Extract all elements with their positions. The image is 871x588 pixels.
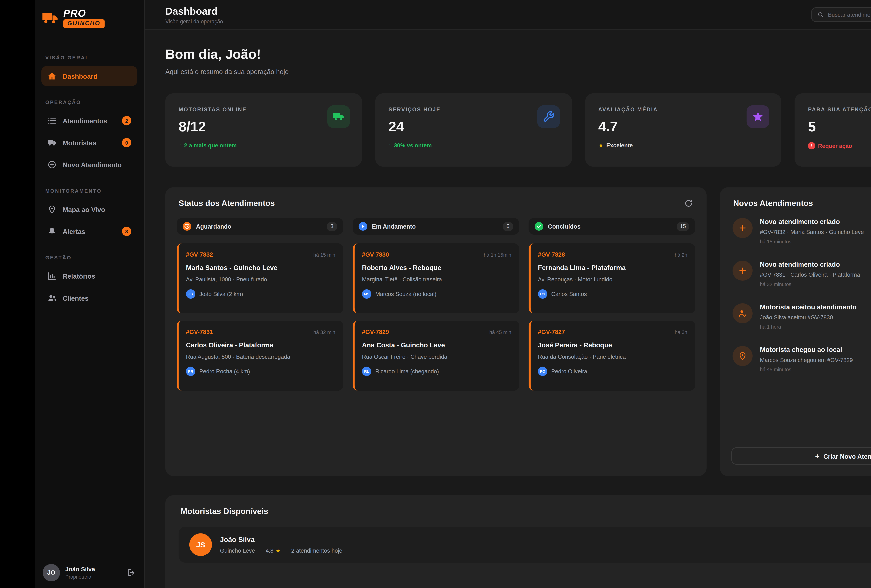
stat-card-para-sua-atencao: PARA SUA ATENÇÃO 5 ! Requer ação xyxy=(795,93,871,167)
bell-icon xyxy=(47,227,57,236)
feed-item-title: Novo atendimento criado xyxy=(760,218,864,225)
star-icon xyxy=(747,105,769,128)
stat-label: SERVIÇOS HOJE xyxy=(389,107,558,112)
user-check-icon xyxy=(732,303,753,323)
sidebar-item-atendimentos[interactable]: Atendimentos 2 xyxy=(41,111,137,131)
status-board-panel: Status dos Atendimentos Aguardando 3 xyxy=(165,187,706,476)
feed-item[interactable]: Novo atendimento criado #GV-7831 · Carlo… xyxy=(731,260,871,287)
sidebar-item-alertas[interactable]: Alertas 3 xyxy=(41,221,137,241)
topbar: Dashboard Visão geral da operação ? xyxy=(145,0,871,30)
sidebar-item-label: Relatórios xyxy=(63,272,95,280)
panel-header: Motoristas Disponíveis xyxy=(179,507,871,516)
stat-value: 8/12 xyxy=(179,119,349,135)
ticket-name: Roberto Alves - Reboque xyxy=(362,264,511,271)
ticket-time: há 15 min xyxy=(313,252,335,258)
feed-item-subtitle: #GV-7831 · Carlos Oliveira · Plataforma xyxy=(760,271,860,278)
sidebar-item-clientes[interactable]: Clientes xyxy=(41,288,137,308)
ticket-id: #GV-7831 xyxy=(186,329,213,335)
sidebar-item-motoristas[interactable]: Motoristas 0 xyxy=(41,133,137,153)
nav-section-operacao: OPERAÇÃO xyxy=(45,99,133,105)
sidebar-item-mapa-ao-vivo[interactable]: Mapa ao Vivo xyxy=(41,199,137,219)
sidebar-user[interactable]: JO João Silva Proprietário xyxy=(34,557,144,588)
sidebar-item-dashboard[interactable]: Dashboard xyxy=(41,66,137,86)
ticket-time: há 3h xyxy=(675,329,687,335)
search-input[interactable] xyxy=(828,11,871,18)
brand-name-bottom: GUINCHO xyxy=(63,19,104,28)
ticket-time: há 2h xyxy=(675,252,687,258)
ticket-driver: JS João Silva (2 km) xyxy=(186,289,335,299)
driver-row[interactable]: JS João Silva Guincho Leve 4.8 ★ 2 atend… xyxy=(179,527,871,563)
driver-avatar: RL xyxy=(362,367,371,376)
ticket-time: há 1h 15min xyxy=(484,252,511,258)
ticket-id: #GV-7829 xyxy=(362,329,389,335)
feed-title: Novos Atendimentos xyxy=(733,199,813,208)
ticket-card[interactable]: #GV-7827 há 3h José Pereira - Reboque Ru… xyxy=(528,321,695,391)
star-icon: ★ xyxy=(598,142,604,149)
search-box[interactable] xyxy=(811,7,871,22)
feed-item[interactable]: Motorista chegou ao local Marcos Souza c… xyxy=(731,346,871,373)
ticket-id: #GV-7828 xyxy=(538,251,565,258)
stat-label: AVALIAÇÃO MÉDIA xyxy=(598,107,768,112)
ticket-detail: Av. Rebouças · Motor fundido xyxy=(538,276,687,283)
page-subtitle: Visão geral da operação xyxy=(165,18,223,24)
sidebar-item-novo-atendimento[interactable]: Novo Atendimento xyxy=(41,155,137,175)
plus-circle-icon xyxy=(47,160,57,169)
check-icon xyxy=(534,222,543,231)
list-icon xyxy=(47,116,57,126)
ticket-driver: PO Pedro Oliveira xyxy=(538,367,687,376)
drivers-title: Motoristas Disponíveis xyxy=(181,507,268,516)
stat-trend: ↑ 2 a mais que ontem xyxy=(179,142,349,149)
column-count-badge: 6 xyxy=(503,221,513,231)
logout-icon[interactable] xyxy=(127,568,136,578)
feed-item[interactable]: Motorista aceitou atendimento João Silva… xyxy=(731,303,871,330)
panel-header: Novos Atendimentos xyxy=(731,199,871,208)
feed-item-time: há 32 minutos xyxy=(760,281,860,287)
feed-item[interactable]: Novo atendimento criado #GV-7832 · Maria… xyxy=(731,218,871,245)
driver-avatar: PR xyxy=(186,367,196,376)
ticket-detail: Marginal Tietê · Colisão traseira xyxy=(362,276,511,283)
ticket-detail: Rua da Consolação · Pane elétrica xyxy=(538,353,687,360)
sidebar: PRO GUINCHO VISÃO GERAL Dashboard OPERAÇ… xyxy=(34,0,145,588)
user-info: João Silva Proprietário xyxy=(65,566,95,580)
ticket-card[interactable]: #GV-7832 há 15 min Maria Santos - Guinch… xyxy=(177,243,343,313)
feed-item-time: há 1 hora xyxy=(760,324,856,330)
greeting-title: Bom dia, João! xyxy=(165,47,871,62)
ticket-header: #GV-7831 há 32 min xyxy=(186,329,335,335)
middle-row: Status dos Atendimentos Aguardando 3 xyxy=(165,187,871,476)
map-pin-icon xyxy=(47,205,57,214)
driver-name: Carlos Santos xyxy=(551,290,587,297)
feed-item-subtitle: João Silva aceitou #GV-7830 xyxy=(760,314,856,320)
app-window: PRO GUINCHO VISÃO GERAL Dashboard OPERAÇ… xyxy=(0,0,871,588)
search-icon xyxy=(817,11,824,18)
stat-label: MOTORISTAS ONLINE xyxy=(179,107,349,112)
ticket-name: Ana Costa - Guincho Leve xyxy=(362,341,511,349)
ticket-header: #GV-7830 há 1h 15min xyxy=(362,251,511,258)
column-label: Concluídos xyxy=(548,223,581,230)
sidebar-item-relatorios[interactable]: Relatórios xyxy=(41,266,137,286)
left-rail xyxy=(0,0,34,588)
ticket-name: Maria Santos - Guincho Leve xyxy=(186,264,335,271)
ticket-id: #GV-7827 xyxy=(538,329,565,335)
driver-name: Pedro Oliveira xyxy=(551,368,587,375)
board-refresh-button[interactable] xyxy=(684,199,693,208)
ticket-card[interactable]: #GV-7831 há 32 min Carlos Oliveira - Pla… xyxy=(177,321,343,391)
status-board-title: Status dos Atendimentos xyxy=(179,199,275,208)
wrench-icon xyxy=(537,105,560,128)
driver-vehicle: Guincho Leve xyxy=(220,548,255,554)
stat-label: PARA SUA ATENÇÃO xyxy=(808,107,871,112)
sidebar-item-label: Atendimentos xyxy=(63,117,107,125)
map-pin-icon xyxy=(732,346,753,366)
sidebar-item-label: Clientes xyxy=(63,294,89,302)
column-header: Aguardando 3 xyxy=(177,218,343,235)
feed-item-subtitle: Marcos Souza chegou em #GV-7829 xyxy=(760,357,853,363)
ticket-card[interactable]: #GV-7828 há 2h Fernanda Lima - Plataform… xyxy=(528,243,695,313)
ticket-card[interactable]: #GV-7829 há 45 min Ana Costa - Guincho L… xyxy=(353,321,519,391)
alertas-badge: 3 xyxy=(122,227,131,236)
create-atendimento-button[interactable]: + Criar Novo Atendimento xyxy=(731,447,871,465)
brand-logo: PRO GUINCHO xyxy=(34,0,144,37)
stat-value: 5 xyxy=(808,119,871,135)
ticket-card[interactable]: #GV-7830 há 1h 15min Roberto Alves - Reb… xyxy=(353,243,519,313)
dashboard-content: Bom dia, João! Aqui está o resumo da sua… xyxy=(145,30,871,588)
star-icon: ★ xyxy=(275,548,280,554)
sidebar-nav: VISÃO GERAL Dashboard OPERAÇÃO Atendimen… xyxy=(34,37,144,557)
